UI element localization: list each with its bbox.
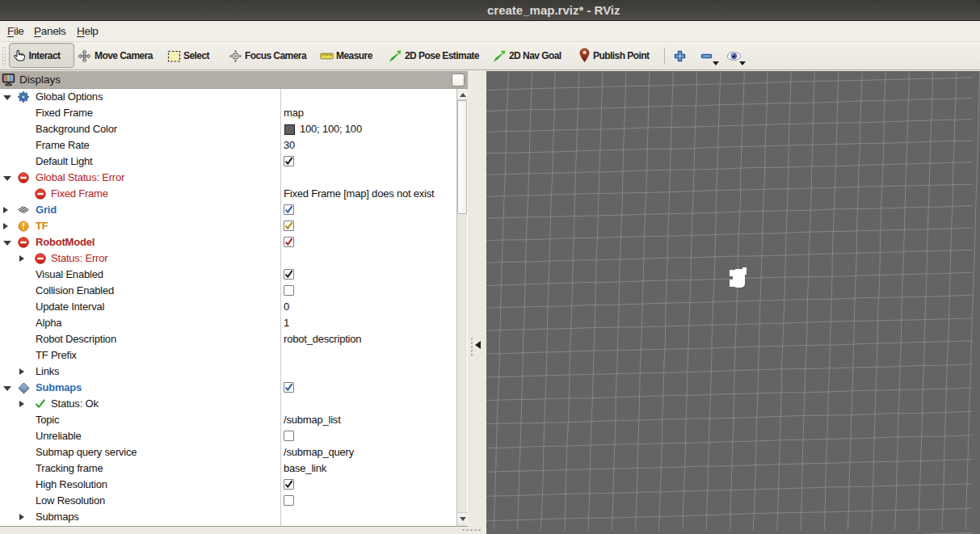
vertical-splitter[interactable] (468, 71, 486, 534)
toolbar-drag-handle[interactable] (2, 46, 6, 65)
tree-row-fixed-frame[interactable]: Fixed FrameFixed Frame [map] does not ex… (0, 186, 456, 202)
tree-row-tf-prefix[interactable]: TF Prefix (0, 347, 456, 364)
row-label: High Resolution (36, 477, 107, 493)
tree-row-submap-query-service[interactable]: Submap query service/submap_query (0, 444, 456, 460)
row-label: Global Status: Error (36, 170, 124, 186)
checkbox-checked[interactable] (284, 479, 294, 490)
menu-help[interactable]: Help (77, 21, 99, 41)
checkbox-unchecked[interactable] (284, 431, 294, 441)
publish-pin-icon (578, 48, 592, 61)
scrollbar-thumb[interactable] (457, 100, 467, 214)
checkbox-unchecked[interactable] (284, 285, 294, 296)
tree-row-status-error[interactable]: Status: Error (0, 250, 456, 267)
tree-row-tf[interactable]: TF (0, 218, 456, 234)
3d-viewport[interactable] (486, 71, 980, 534)
expander-open-icon[interactable] (3, 241, 11, 246)
row-value[interactable]: robot_description (284, 331, 361, 347)
panel-dock-button[interactable] (452, 74, 465, 86)
dropdown-caret-icon[interactable] (713, 61, 719, 65)
scrollbar-down-button[interactable] (457, 512, 468, 523)
checkbox-checked[interactable] (284, 221, 294, 231)
nav-arrow-icon (493, 49, 507, 63)
tree-row-update-interval[interactable]: Update Interval0 (0, 299, 456, 315)
tool-label: Publish Point (593, 42, 650, 69)
row-value[interactable]: /submap_list (284, 412, 341, 428)
tree-row-visual-enabled[interactable]: Visual Enabled (0, 267, 456, 283)
row-value[interactable]: 1 (284, 315, 289, 331)
horizontal-splitter[interactable] (0, 526, 468, 534)
expander-closed-icon[interactable] (3, 207, 8, 213)
checkbox-checked[interactable] (284, 204, 294, 215)
splitter-collapse-icon[interactable] (475, 341, 481, 349)
row-label: Fixed Frame (51, 186, 108, 202)
measure-ruler-icon (320, 49, 334, 63)
expander-open-icon[interactable] (3, 95, 11, 100)
checkbox-checked[interactable] (284, 269, 294, 280)
row-value[interactable]: /submap_query (284, 444, 354, 460)
tree-row-submaps[interactable]: Submaps (0, 380, 456, 396)
row-value[interactable]: 0 (284, 299, 289, 315)
tree-row-global-options[interactable]: Global Options (0, 89, 456, 105)
row-value[interactable]: base_link (284, 460, 326, 477)
menu-label-rest: ile (14, 25, 24, 37)
tree-row-topic[interactable]: Topic/submap_list (0, 412, 456, 428)
menu-file[interactable]: File (7, 21, 24, 41)
tree-row-alpha[interactable]: Alpha1 (0, 315, 456, 331)
tool-label: Interact (29, 42, 61, 69)
menu-mnemonic: F (7, 25, 14, 37)
add-tool-button[interactable] (673, 49, 687, 63)
tree-row-submaps[interactable]: Submaps (0, 509, 456, 525)
tree-row-links[interactable]: Links (0, 364, 456, 380)
expander-closed-icon[interactable] (19, 514, 24, 520)
expander-closed-icon[interactable] (19, 401, 24, 407)
row-label: Robot Description (36, 331, 116, 347)
tree-row-background-color[interactable]: Background Color100; 100; 100 (0, 121, 456, 137)
menu-panels[interactable]: Panels (34, 21, 66, 41)
tree-scrollbar[interactable] (456, 89, 467, 526)
tree-row-fixed-frame[interactable]: Fixed Framemap (0, 105, 456, 121)
expander-closed-icon[interactable] (19, 255, 24, 262)
displays-panel-header[interactable]: Displays (0, 71, 468, 89)
row-label: TF Prefix (36, 347, 77, 364)
displays-panel-title: Displays (19, 71, 61, 89)
menu-label-rest: elp (84, 25, 98, 37)
tree-row-unreliable[interactable]: Unreliable (0, 428, 456, 444)
expander-open-icon[interactable] (3, 176, 11, 181)
checkbox-checked[interactable] (284, 156, 294, 166)
tree-row-high-resolution[interactable]: High Resolution (0, 477, 456, 493)
row-label: Unreliable (36, 428, 82, 444)
tree-row-grid[interactable]: Grid (0, 202, 456, 218)
plus-icon (673, 52, 687, 65)
row-label: Links (36, 364, 59, 380)
dropdown-caret-icon[interactable] (739, 61, 746, 65)
tree-row-default-light[interactable]: Default Light (0, 153, 456, 170)
tree-row-low-resolution[interactable]: Low Resolution (0, 493, 456, 509)
tree-row-collision-enabled[interactable]: Collision Enabled (0, 283, 456, 299)
row-value[interactable]: 30 (284, 137, 295, 153)
row-value[interactable]: 100; 100; 100 (300, 121, 362, 137)
error-icon (35, 188, 46, 200)
tree-row-status-ok[interactable]: Status: Ok (0, 396, 456, 412)
expander-closed-icon[interactable] (19, 368, 24, 375)
error-icon (35, 253, 46, 264)
tree-row-robotmodel[interactable]: RobotModel (0, 234, 456, 250)
checkbox-checked[interactable] (284, 237, 294, 247)
row-value[interactable]: Fixed Frame [map] does not exist (284, 186, 435, 202)
checkbox-unchecked[interactable] (284, 495, 294, 506)
tree-row-global-status-error[interactable]: Global Status: Error (0, 170, 456, 186)
expander-closed-icon[interactable] (3, 223, 8, 229)
tree-row-frame-rate[interactable]: Frame Rate30 (0, 137, 456, 153)
tool-visibility-button[interactable] (726, 49, 740, 63)
tool-label: 2D Nav Goal (509, 42, 562, 69)
row-value[interactable]: map (284, 105, 304, 121)
tree-row-tracking-frame[interactable]: Tracking framebase_link (0, 460, 456, 477)
select-box-icon (167, 49, 181, 63)
checkbox-checked[interactable] (284, 382, 294, 393)
title-bar[interactable]: create_map.rviz* - RViz (0, 0, 980, 21)
tree-row-robot-description[interactable]: Robot Descriptionrobot_description (0, 331, 456, 347)
color-swatch[interactable] (284, 124, 295, 135)
scrollbar-up-button[interactable] (457, 89, 468, 100)
diamond-icon (18, 382, 29, 393)
remove-tool-button[interactable] (700, 49, 713, 63)
expander-open-icon[interactable] (3, 386, 11, 391)
